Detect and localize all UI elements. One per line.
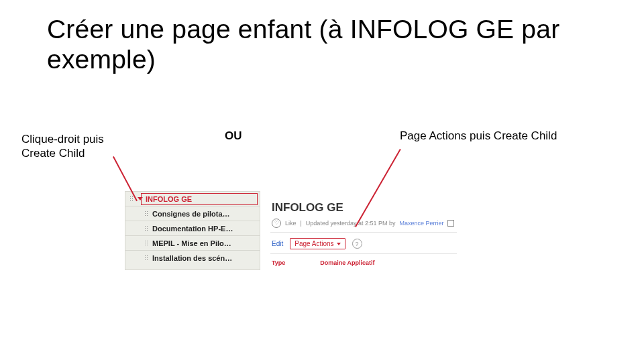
tree-item-label: Installation des scén…: [152, 254, 232, 262]
tree-root-label: INFOLOG GE: [146, 195, 192, 203]
help-icon[interactable]: ?: [352, 239, 362, 249]
chevron-down-icon: [337, 243, 341, 245]
page-actions-label: Page Actions: [294, 240, 333, 247]
caption-right: Page Actions puis Create Child: [400, 129, 568, 143]
external-link-icon: [447, 220, 454, 227]
updated-text: Updated yesterday at 2:51 PM by: [306, 220, 396, 227]
drag-handle-icon: [144, 240, 148, 247]
page-properties: Type Domaine Applicatif: [270, 254, 457, 266]
drag-handle-icon: [144, 210, 148, 217]
tree-item[interactable]: Installation des scén…: [125, 251, 260, 265]
caption-or: OU: [225, 129, 252, 143]
heart-icon[interactable]: ♡: [272, 219, 281, 228]
drag-handle-icon: [144, 255, 148, 261]
tree-item-label: MEPIL - Mise en Pilo…: [152, 239, 231, 247]
page-meta: ♡ Like | Updated yesterday at 2:51 PM by…: [270, 217, 457, 233]
caption-left: Clique-droit puis Create Child: [21, 132, 129, 161]
page-actions-button[interactable]: Page Actions: [290, 238, 345, 249]
like-label[interactable]: Like: [285, 220, 297, 227]
screenshot-sidebar: INFOLOG GE Consignes de pilota… Document…: [125, 191, 260, 270]
tree-item[interactable]: Consignes de pilota…: [125, 206, 260, 221]
tree-item-label: Documentation HP-E…: [152, 225, 233, 233]
tree-item-label: Consignes de pilota…: [152, 210, 230, 218]
prop-type: Type: [272, 259, 285, 266]
tree-root[interactable]: INFOLOG GE: [125, 192, 260, 206]
tree-item[interactable]: Documentation HP-E…: [125, 221, 260, 236]
chevron-down-icon: [138, 197, 143, 200]
page-title: INFOLOG GE: [270, 198, 457, 217]
tree-item[interactable]: MEPIL - Mise en Pilo…: [125, 236, 260, 251]
slide: Créer une page enfant (à INFOLOG GE par …: [0, 0, 644, 362]
edit-button[interactable]: Edit: [272, 240, 283, 247]
drag-handle-icon: [144, 225, 148, 232]
drag-handle-icon: [129, 196, 133, 202]
prop-domain: Domaine Applicatif: [320, 259, 374, 266]
page-toolbar: Edit Page Actions ?: [270, 233, 457, 254]
slide-title: Créer une page enfant (à INFOLOG GE par …: [47, 15, 597, 75]
author-link[interactable]: Maxence Perrier: [399, 220, 443, 227]
screenshot-page-header: INFOLOG GE ♡ Like | Updated yesterday at…: [270, 198, 457, 271]
